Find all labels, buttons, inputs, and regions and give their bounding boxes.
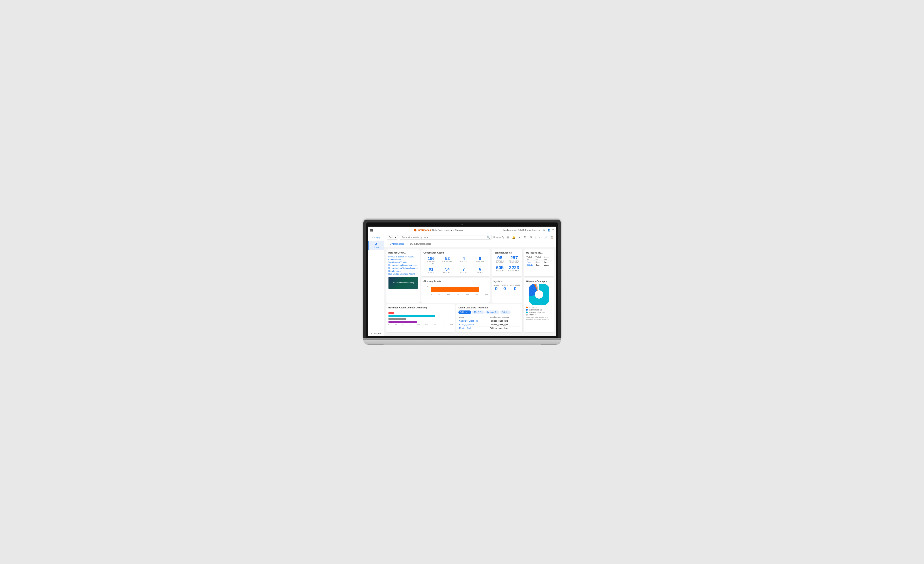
cloud-table-header-name: Name [458,316,489,319]
issue-status-0: Open [535,261,544,264]
cloud-tab-amazon[interactable]: AmazonS... [485,310,500,314]
sidebar: + + New Home < Collapse [368,234,384,336]
browse-by-label: Browse By [494,236,504,238]
sidebar-home-label: Home [374,246,379,249]
home-icon [375,243,378,246]
glossary-bar [431,286,479,292]
help-link-lineage[interactable]: Data Lineage [388,270,418,272]
help-image: Data Governance and Catalog [388,277,418,289]
browse-bell-icon[interactable]: 🔔 [512,235,516,239]
top-bar: Informatica Data Governance and Catalog … [368,226,556,234]
browse-tag-icon[interactable]: 🏷 [538,235,542,239]
cloud-tab-datab[interactable]: Datab... [500,310,511,314]
cloud-row-name-1[interactable]: through_athana [459,323,474,326]
browse-cloud-icon[interactable]: ☁ [518,235,522,239]
browse-link-icon[interactable]: ⛓ [523,235,527,239]
plus-icon: + [372,237,373,239]
issue-ticket-0[interactable]: Produ... [526,261,535,264]
job-stat-running: RUNNING 0 [501,284,508,291]
laptop-screen: Informatica Data Governance and Catalog … [368,226,556,336]
stat-calculation: 2223 CALCULATION [508,266,520,272]
governance-card: Governance Assets 186 BUSINESS TERM 52 [422,249,490,276]
concepts-card: Glossary Concepts [524,278,554,332]
divider [536,236,536,239]
tab-bar: My Dashboard DG & DQ Dashboard ⋯ [384,241,556,248]
technical-stats: 98 CATALOG SOURCE 297 TECHNICAL DATA SET [494,256,520,272]
issue-asset-0: Pro... [544,261,552,264]
app-name: Informatica [418,229,431,231]
bar-fill-3 [388,321,417,323]
help-link-browse[interactable]: Browse & Search for Assets [388,256,418,258]
cloud-lake-card: Cloud Data Lake Resources Tableau ... AD… [456,304,522,332]
domain-dot [526,307,528,308]
cloud-row-name-0[interactable]: Customer Order Test [459,320,478,322]
table-row: Produ... Open Pro... [526,261,552,264]
bar-fill-0 [388,312,394,314]
help-link-technical[interactable]: Understanding Technical Assets [388,267,418,269]
stat-catalog-source: 98 CATALOG SOURCE [494,256,506,264]
jobs-card-title: My Jobs [494,280,520,282]
help-link-workflows[interactable]: Workflows & Tickets [388,261,418,264]
browse-table-icon[interactable]: ⊞ [506,235,510,239]
user-account[interactable]: hawkupgrade_July22-fromselfservice [503,229,540,231]
search-type-select[interactable]: Basic ▾ [387,235,398,240]
tab-more-button[interactable]: ⋯ [549,242,554,246]
help-link-business[interactable]: Understanding Business Assets [388,264,418,267]
table-row: Monthly Call Tableau_sales_kpis [458,326,520,330]
svg-point-4 [535,290,543,298]
governance-stats: 186 BUSINESS TERM 52 SUB DOMAIN [423,256,488,274]
issues-col-asset: Asset n... [544,256,552,261]
grid-menu-icon[interactable] [370,229,373,231]
app-container: Informatica Data Governance and Catalog … [368,226,556,336]
business-assets-card: Business Assets without Ownership [386,304,455,332]
help-card: Help for Gettin... Browse & Search for A… [386,249,420,303]
user-icon[interactable]: 👤 [548,229,550,231]
sidebar-item-home[interactable]: Home [368,242,384,250]
glossary-card: Glossary Assets 0 0 50 [422,278,490,303]
table-row: Edited... Open Wei... [526,264,552,267]
search-input[interactable] [401,236,486,238]
laptop-foot-right [540,344,557,345]
search-icon[interactable]: 🔍 [543,229,545,231]
browse-doc-icon[interactable]: 📄 [544,235,548,239]
bar-row-3 [388,321,453,323]
help-link-create[interactable]: Create Assets [388,258,418,261]
search-bar: Basic ▾ 🔍 Browse By ⊞ 🔔 [384,234,556,241]
dashboard-grid: Help for Gettin... Browse & Search for A… [384,248,556,334]
cloud-lake-title: Cloud Data Lake Resources [458,306,520,309]
cloud-tab-adls[interactable]: ADLS C... [472,310,484,314]
laptop-hinge [363,338,561,340]
collapse-button[interactable]: < Collapse [368,333,384,335]
stat-data-set: 8 DATA SET [472,256,488,266]
help-link-bulk[interactable]: Bulk Upload Business Assets [388,273,418,275]
tab-my-dashboard[interactable]: My Dashboard [387,241,407,247]
metric-dot [526,314,528,316]
browse-gear-icon[interactable]: ⚙ [529,235,533,239]
issues-table: Ticket ti... Ticket s... Asset n... Prod [526,256,552,267]
search-submit-icon[interactable]: 🔍 [487,236,490,239]
top-bar-center: Informatica Data Governance and Catalog [414,228,463,232]
legend-item-subdomain: Sub Domain: 52 [526,309,552,311]
stat-technical-data-set: 297 TECHNICAL DATA SET [508,256,520,264]
issues-card: My Issues (Bu... Ticket ti... Ticket s..… [524,249,554,276]
laptop-base [363,340,561,345]
laptop-shell: Informatica Data Governance and Catalog … [363,220,561,345]
bar-row-2 [388,318,453,320]
issue-ticket-1[interactable]: Edited... [526,264,535,267]
table-row: through_athana Tableau_sales_kpis [458,322,520,326]
tab-dg-dq-dashboard[interactable]: DG & DQ Dashboard [407,241,434,247]
table-row: Customer Order Test Tableau_sales_kpis [458,319,520,322]
cloud-row-name-2[interactable]: Monthly Call [459,327,471,329]
stat-policy: 91 POLICY [423,266,439,274]
webcam [462,224,463,225]
browse-copy-icon[interactable]: 📋 [550,235,554,239]
job-stat-completed: COMPLETED 0 [510,284,520,291]
cloud-tab-tableau[interactable]: Tableau ... [458,310,471,314]
business-term-dot [526,312,528,313]
new-button[interactable]: + + New [370,236,382,240]
pie-chart-container [526,284,552,305]
legend-item-metric: Metric: 6 [526,314,552,316]
help-icon[interactable]: ? [552,229,554,231]
glossary-card-title: Glossary Assets [423,280,488,282]
logo-diamond-icon [414,228,417,232]
